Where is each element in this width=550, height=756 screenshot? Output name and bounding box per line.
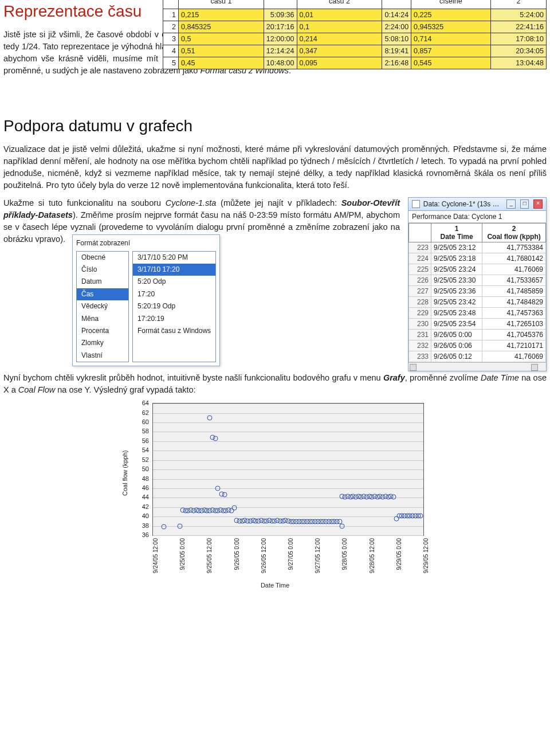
data-grid[interactable]: 1Date Time2Coal flow (kpph) 2239/25/05 2… bbox=[408, 223, 546, 362]
chart-xtick: 9/26/05 0:00 bbox=[234, 538, 240, 570]
table-row[interactable]: 2269/25/05 23:3041,7533657 bbox=[409, 275, 546, 286]
data-grid-cell[interactable]: 9/25/05 23:30 bbox=[431, 275, 482, 286]
chart-ytick: 46 bbox=[142, 484, 149, 491]
data-grid-cell[interactable]: 9/25/05 23:42 bbox=[431, 297, 482, 308]
table-row[interactable]: 2279/25/05 23:3641,7485859 bbox=[409, 286, 546, 297]
time-table-cell: 0,214 bbox=[297, 33, 382, 45]
table-row[interactable]: 2319/26/05 0:0041,7045376 bbox=[409, 330, 546, 340]
data-grid-cell[interactable]: 9/25/05 23:12 bbox=[431, 242, 482, 253]
time-table-cell: 0,095 bbox=[297, 57, 382, 69]
chart-ytick: 48 bbox=[142, 475, 149, 482]
list-item[interactable]: Vědecký bbox=[77, 300, 128, 312]
list-item[interactable]: Vlastní bbox=[77, 350, 128, 362]
data-grid-cell[interactable]: 227 bbox=[409, 286, 431, 297]
data-grid-cell[interactable]: 9/25/05 23:48 bbox=[431, 308, 482, 319]
data-grid-cell[interactable]: 41,7210171 bbox=[482, 340, 546, 351]
list-item[interactable]: Měna bbox=[77, 313, 128, 325]
list-item[interactable]: 5:20:19 Odp bbox=[133, 300, 215, 312]
data-grid-cell[interactable]: 9/25/05 23:24 bbox=[431, 264, 482, 275]
time-table-cell: 10:48:00 bbox=[264, 57, 297, 69]
data-grid-header[interactable]: 2Coal flow (kpph) bbox=[482, 224, 546, 242]
data-grid-cell[interactable]: 41,7484829 bbox=[482, 297, 546, 308]
data-grid-cell[interactable]: 41,7533657 bbox=[482, 275, 546, 286]
table-row[interactable]: 2309/25/05 23:5441,7265103 bbox=[409, 319, 546, 330]
format-category-list[interactable]: ObecnéČísloDatumČasVědeckýMěnaProcentaZl… bbox=[76, 251, 129, 363]
list-item[interactable]: Čas bbox=[77, 288, 128, 300]
list-item[interactable]: Obecné bbox=[77, 252, 128, 264]
data-grid-cell[interactable]: 41,7265103 bbox=[482, 319, 546, 330]
time-table-cell: 5:08:10 bbox=[382, 33, 411, 45]
chart-ytick: 50 bbox=[142, 465, 149, 472]
time-table-cell: 0,01 bbox=[297, 9, 382, 21]
data-grid-cell[interactable]: 224 bbox=[409, 253, 431, 264]
data-grid-cell[interactable]: 9/26/05 0:06 bbox=[431, 340, 482, 351]
list-item[interactable]: Datum bbox=[77, 276, 128, 288]
data-grid-cell[interactable]: 41,76069 bbox=[482, 351, 546, 362]
data-grid-header[interactable] bbox=[409, 224, 431, 242]
time-table-cell: 0,5 bbox=[179, 33, 264, 45]
list-item[interactable]: Zlomky bbox=[77, 337, 128, 349]
format-value-list[interactable]: 3/17/10 5:20 PM3/17/10 17:205:20 Odp17:2… bbox=[132, 251, 216, 363]
data-grid-cell[interactable]: 233 bbox=[409, 351, 431, 362]
data-grid-cell[interactable]: 228 bbox=[409, 297, 431, 308]
data-grid-cell[interactable]: 231 bbox=[409, 330, 431, 340]
time-table-cell: 5:09:36 bbox=[264, 9, 297, 21]
chart-ytick: 40 bbox=[142, 512, 149, 519]
data-grid-cell[interactable]: 9/25/05 23:36 bbox=[431, 286, 482, 297]
time-table-cell: 0:14:24 bbox=[382, 9, 411, 21]
chart-ytick: 54 bbox=[142, 446, 149, 453]
data-grid-cell[interactable]: 41,7045376 bbox=[482, 330, 546, 340]
data-grid-cell[interactable]: 230 bbox=[409, 319, 431, 330]
chart-xtick: 9/27/05 0:00 bbox=[288, 538, 294, 570]
data-grid-cell[interactable]: 41,7457363 bbox=[482, 308, 546, 319]
close-button[interactable]: × bbox=[533, 199, 543, 209]
table-row[interactable]: 2249/25/05 23:1841,7680142 bbox=[409, 253, 546, 264]
chart-ytick: 56 bbox=[142, 437, 149, 444]
data-grid-cell[interactable]: 9/25/05 23:18 bbox=[431, 253, 482, 264]
table-row[interactable]: 2239/25/05 23:1241,7753384 bbox=[409, 242, 546, 253]
list-item[interactable]: 17:20 bbox=[133, 288, 215, 300]
data-window-subtitle: Performance Data: Cyclone 1 bbox=[408, 211, 546, 223]
list-item[interactable]: 17:20:19 bbox=[133, 313, 215, 325]
table-row[interactable]: 2289/25/05 23:4241,7484829 bbox=[409, 297, 546, 308]
data-grid-cell[interactable]: 229 bbox=[409, 308, 431, 319]
data-grid-cell[interactable]: 225 bbox=[409, 264, 431, 275]
list-item[interactable]: 3/17/10 5:20 PM bbox=[133, 252, 215, 264]
time-table-cell: 20:17:16 bbox=[264, 21, 297, 33]
list-item[interactable]: 3/17/10 17:20 bbox=[133, 264, 215, 276]
data-grid-cell[interactable]: 9/26/05 0:12 bbox=[431, 351, 482, 362]
data-grid-header[interactable]: 1Date Time bbox=[431, 224, 482, 242]
data-grid-cell[interactable]: 41,7485859 bbox=[482, 286, 546, 297]
data-grid-cell[interactable]: 223 bbox=[409, 242, 431, 253]
list-item[interactable]: Formát času z Windows bbox=[133, 325, 215, 337]
data-window-title: Data: Cyclone-1* (13s krát 1… bbox=[423, 200, 502, 208]
data-grid-cell[interactable]: 232 bbox=[409, 340, 431, 351]
list-item[interactable]: 5:20 Odp bbox=[133, 276, 215, 288]
table-row[interactable]: 2329/26/05 0:0641,7210171 bbox=[409, 340, 546, 351]
data-grid-cell[interactable]: 226 bbox=[409, 275, 431, 286]
time-table-cell: 2:16:48 bbox=[382, 57, 411, 69]
minimize-button[interactable]: _ bbox=[506, 199, 516, 209]
table-row[interactable]: 2259/25/05 23:2441,76069 bbox=[409, 264, 546, 275]
list-item[interactable]: Číslo bbox=[77, 264, 128, 276]
data-grid-cell[interactable]: 41,7753384 bbox=[482, 242, 546, 253]
chart-point bbox=[340, 523, 345, 528]
time-table-header: součet časů 1 a 2 - číselně bbox=[411, 0, 491, 9]
maximize-button[interactable]: □ bbox=[520, 199, 529, 209]
time-table-cell: 2:24:00 bbox=[382, 21, 411, 33]
data-grid-cell[interactable]: 41,7680142 bbox=[482, 253, 546, 264]
data-window: Data: Cyclone-1* (13s krát 1… _ □ × Perf… bbox=[408, 197, 547, 371]
horizontal-scrollbar[interactable] bbox=[408, 362, 546, 371]
time-table-cell: 17:08:10 bbox=[490, 33, 546, 45]
data-grid-cell[interactable]: 41,76069 bbox=[482, 264, 546, 275]
table-row[interactable]: 2339/26/05 0:1241,76069 bbox=[409, 351, 546, 362]
time-table-cell: 2 bbox=[163, 21, 179, 33]
chart-ytick: 44 bbox=[142, 493, 149, 500]
table-row[interactable]: 2299/25/05 23:4841,7457363 bbox=[409, 308, 546, 319]
time-table-header: číselná reprezentace času 2 bbox=[297, 0, 382, 9]
data-grid-cell[interactable]: 9/25/05 23:54 bbox=[431, 319, 482, 330]
list-item[interactable]: Procenta bbox=[77, 325, 128, 337]
para-date-charts-1: Vizualizace dat je jistě velmi důležitá,… bbox=[3, 143, 547, 191]
chart-xtick: 9/24/05 12:00 bbox=[152, 538, 159, 573]
data-grid-cell[interactable]: 9/26/05 0:00 bbox=[431, 330, 482, 340]
